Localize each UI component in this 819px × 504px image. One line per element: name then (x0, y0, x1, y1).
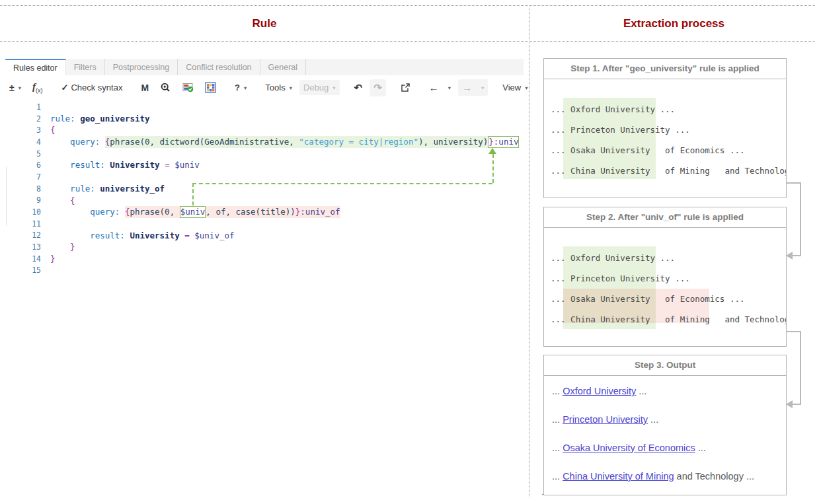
code-token: query: (70, 137, 100, 147)
code-token: result: (90, 231, 125, 240)
chevron-down-icon: ▾ (290, 85, 292, 91)
step-connector (792, 404, 801, 405)
code-line: 11 (5, 218, 521, 230)
line-number: 2 (5, 114, 50, 124)
dictionary-check-button[interactable] (178, 79, 198, 96)
palette-grid-button[interactable] (201, 79, 220, 96)
help-button[interactable]: ? ▾ (231, 80, 251, 95)
line-number: 13 (5, 242, 50, 252)
redo-button[interactable]: ↷ (370, 79, 386, 96)
code-segment: } (50, 253, 56, 265)
step2-content: ... Oxford University ...... Princeton U… (544, 228, 786, 346)
code-token (50, 184, 70, 194)
code-line: 10 query: {phrase(0, $univ, of, case(tit… (5, 206, 521, 218)
step2-box: Step 2. After "univ_of" rule is applied … (543, 207, 787, 347)
import-export-button[interactable]: ± ▾ (5, 80, 25, 96)
ellipsis-text: ... (695, 443, 706, 453)
entity-link[interactable]: Oxford University (563, 386, 636, 396)
line-number: 7 (5, 172, 50, 182)
code-text: } (50, 241, 75, 253)
code-line: 9 { (5, 195, 521, 207)
line-number: 8 (5, 184, 50, 194)
ellipsis-text: ... (648, 414, 658, 425)
arrow-up-icon (488, 148, 496, 154)
code-token (50, 207, 90, 217)
code-token: University (130, 231, 179, 240)
rule-panel-title: Rule (0, 17, 529, 30)
corpus-line: ... Princeton University ... (551, 120, 786, 140)
tab-general[interactable]: General (260, 59, 306, 75)
line-number: 15 (5, 266, 50, 275)
entity-link[interactable]: Osaka University of Economics (563, 443, 695, 453)
entity-link[interactable]: China University of Mining (563, 471, 674, 482)
code-token: , of, case(title)) (206, 207, 295, 217)
corpus-line: ... Oxford University ... (551, 248, 786, 268)
highlight-segment-hlg: {phrase(0, dictword(GeoAdministrative, "… (105, 136, 488, 148)
tab-filters[interactable]: Filters (66, 59, 105, 75)
tab-conflict-resolution[interactable]: Conflict resolution (178, 59, 260, 75)
step-connector (786, 182, 801, 184)
code-segment: rule: geo_university (50, 113, 150, 125)
code-line: 7 (5, 171, 521, 183)
step3-title: Step 3. Output (544, 355, 786, 376)
line-number: 6 (5, 161, 50, 170)
highlight-segment-hlp: {phrase(0, (125, 206, 180, 218)
code-token: $univ_of (194, 231, 234, 240)
open-external-button[interactable] (397, 80, 414, 95)
ellipsis-text: ... (636, 386, 646, 396)
code-text: { (50, 195, 75, 207)
undo-button[interactable]: ↶ (350, 79, 367, 96)
code-text: query: {phrase(0, dictword(GeoAdministra… (50, 136, 519, 148)
code-text: } (50, 253, 56, 265)
tools-menu-button[interactable]: Tools ▾ (261, 80, 296, 95)
output-line: ... Princeton University ... (552, 406, 754, 434)
app-screen: Rule Extraction process Rules editorFilt… (0, 0, 819, 504)
code-token: phrase(0, dictword(GeoAdministrative, (110, 137, 299, 147)
code-token: rule: (70, 184, 95, 194)
tab-rules-editor[interactable]: Rules editor (5, 59, 66, 75)
rules-code-editor[interactable]: 12rule: geo_university3{4 query: {phrase… (5, 101, 521, 276)
code-segment: rule: university_of (50, 183, 165, 195)
code-segment: query: (50, 206, 125, 218)
panel-divider-dotted-line (529, 5, 529, 497)
arrow-right-icon: → (462, 82, 472, 93)
redo-icon: ↷ (373, 82, 382, 94)
navigate-back-button[interactable]: ← ▾ (425, 79, 455, 96)
navigate-forward-button[interactable]: → ▾ (458, 79, 488, 96)
code-token (120, 207, 125, 217)
entity-link[interactable]: Princeton University (563, 414, 648, 425)
output-line: ... Osaka University of Economics ... (552, 434, 754, 462)
code-token: university_of (100, 184, 165, 194)
rule-reference-arrow (492, 154, 494, 183)
macro-button[interactable]: M (137, 80, 153, 96)
code-line: 15 (5, 265, 521, 277)
corpus-line: ... Osaka University of Economics ... (551, 140, 786, 161)
chevron-down-icon: ▾ (244, 85, 247, 91)
step1-box: Step 1. After "geo_university" rule is a… (543, 58, 787, 198)
corpus-line: ... China University of Mining and Techn… (551, 161, 786, 181)
code-segment: { (50, 124, 56, 136)
code-token: { (70, 196, 75, 205)
code-text: { (50, 124, 56, 136)
view-menu-button[interactable]: View ▾ (498, 80, 531, 95)
chevron-down-icon: ▾ (525, 85, 527, 91)
chevron-down-icon: ▾ (481, 85, 484, 91)
line-number: 11 (5, 219, 50, 229)
tab-postprocessing[interactable]: Postprocessing (105, 59, 178, 75)
ellipsis-text: ... (552, 414, 563, 425)
line-number: 4 (5, 137, 50, 147)
debug-label: Debug (303, 83, 329, 92)
code-token (50, 160, 70, 170)
function-button[interactable]: f(x) (28, 79, 47, 96)
step-connector (786, 331, 801, 332)
check-syntax-button[interactable]: ✓ Check syntax (57, 80, 126, 95)
ellipsis-text: ... (552, 386, 563, 396)
tools-label: Tools (265, 83, 285, 92)
preview-button[interactable] (156, 79, 175, 96)
debug-menu-button[interactable]: Debug ▾ (299, 80, 340, 95)
code-segment: result: University = $univ (50, 159, 200, 171)
step-connector (792, 255, 801, 256)
arrow-left-icon: ← (429, 82, 439, 93)
code-token: = (184, 231, 190, 240)
chevron-down-icon: ▾ (332, 85, 335, 91)
